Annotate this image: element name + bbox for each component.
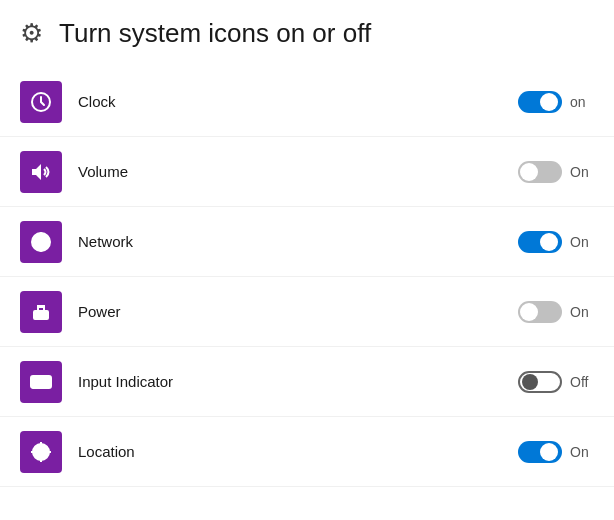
svg-rect-14 — [34, 383, 36, 385]
volume-icon-box — [20, 151, 62, 193]
svg-rect-8 — [38, 306, 44, 308]
network-toggle-knob — [540, 233, 558, 251]
input-indicator-label: Input Indicator — [78, 373, 502, 390]
power-toggle-knob — [520, 303, 538, 321]
location-toggle[interactable] — [518, 441, 562, 463]
input-indicator-state-label: Off — [570, 374, 594, 390]
location-toggle-knob — [540, 443, 558, 461]
keyboard-icon-box — [20, 361, 62, 403]
volume-toggle-container: On — [518, 161, 594, 183]
svg-rect-13 — [46, 379, 48, 381]
volume-toggle-knob — [520, 163, 538, 181]
network-label: Network — [78, 233, 502, 250]
svg-rect-16 — [46, 383, 48, 385]
clock-icon-box — [20, 81, 62, 123]
input-indicator-toggle-knob — [522, 374, 538, 390]
location-state-label: On — [570, 444, 594, 460]
svg-point-19 — [33, 444, 49, 460]
settings-item-location: LocationOn — [0, 417, 614, 487]
svg-rect-7 — [34, 311, 48, 319]
gear-icon: ⚙ — [20, 18, 43, 49]
network-toggle[interactable] — [518, 231, 562, 253]
settings-item-volume: VolumeOn — [0, 137, 614, 207]
clock-toggle-container: on — [518, 91, 594, 113]
location-label: Location — [78, 443, 502, 460]
input-indicator-toggle-container: Off — [518, 371, 594, 393]
settings-item-clock: Clockon — [0, 67, 614, 137]
volume-toggle[interactable] — [518, 161, 562, 183]
svg-rect-9 — [31, 376, 51, 388]
settings-list: ClockonVolumeOnNetworkOnPowerOnInput Ind… — [0, 67, 614, 487]
power-toggle-container: On — [518, 301, 594, 323]
clock-toggle-knob — [540, 93, 558, 111]
settings-item-input-indicator: Input IndicatorOff — [0, 347, 614, 417]
svg-rect-12 — [42, 379, 44, 381]
clock-toggle[interactable] — [518, 91, 562, 113]
clock-state-label: on — [570, 94, 594, 110]
volume-state-label: On — [570, 164, 594, 180]
clock-label: Clock — [78, 93, 502, 110]
page-header: ⚙ Turn system icons on or off — [0, 0, 614, 67]
location-toggle-container: On — [518, 441, 594, 463]
power-state-label: On — [570, 304, 594, 320]
power-label: Power — [78, 303, 502, 320]
network-toggle-container: On — [518, 231, 594, 253]
svg-rect-10 — [34, 379, 36, 381]
network-icon-box — [20, 221, 62, 263]
svg-marker-1 — [32, 164, 41, 180]
svg-rect-11 — [38, 379, 40, 381]
page-title: Turn system icons on or off — [59, 18, 371, 49]
power-icon-box — [20, 291, 62, 333]
network-state-label: On — [570, 234, 594, 250]
svg-rect-15 — [38, 383, 44, 385]
settings-item-power: PowerOn — [0, 277, 614, 347]
input-indicator-toggle[interactable] — [518, 371, 562, 393]
power-toggle[interactable] — [518, 301, 562, 323]
volume-label: Volume — [78, 163, 502, 180]
settings-item-network: NetworkOn — [0, 207, 614, 277]
location-icon-box — [20, 431, 62, 473]
